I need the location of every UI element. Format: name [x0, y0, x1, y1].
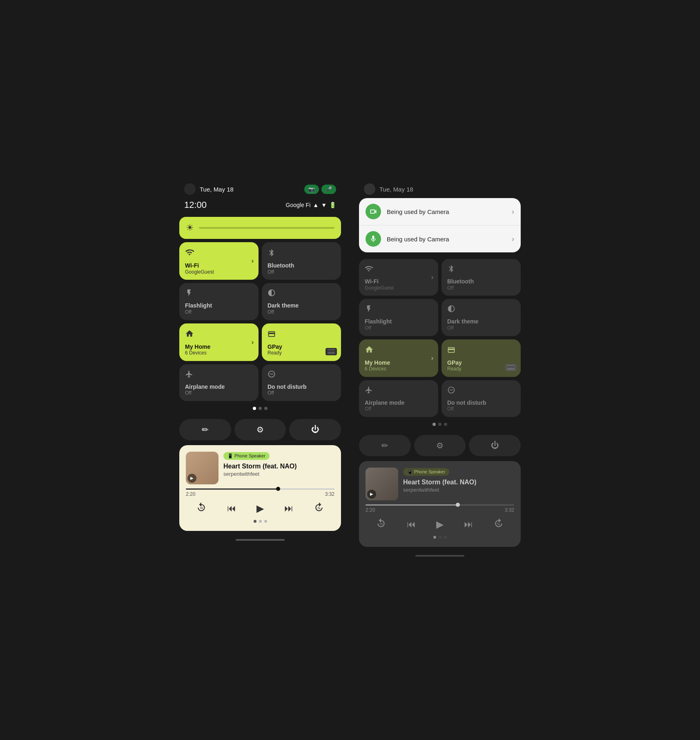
tile-bluetooth[interactable]: Bluetooth Off	[262, 242, 341, 280]
camera-permission-item-2[interactable]: Being used by Camera ›	[359, 225, 521, 252]
dark-phone: Tue, May 18 Being used by Camera ›	[354, 178, 526, 562]
battery-icon: 🔋	[329, 202, 336, 208]
flashlight-label-dark: Flashlight	[365, 318, 432, 325]
camera-permission-popup: Being used by Camera › Being used by Cam…	[359, 198, 521, 252]
tile-my-home[interactable]: My Home 6 Devices ›	[179, 323, 259, 361]
media-top-dark: ▶ 📱 Phone Speaker Heart Storm (feat. NAO…	[366, 468, 514, 500]
camera-permission-item-1[interactable]: Being used by Camera ›	[359, 198, 521, 225]
progress-container-dark[interactable]: 2:20 3:32	[366, 504, 514, 513]
dark-theme-icon-dark	[447, 305, 515, 315]
settings-button-dark[interactable]: ⚙	[414, 435, 466, 456]
progress-container[interactable]: 2:20 3:32	[186, 488, 334, 497]
page-dots-light	[179, 404, 341, 412]
gpay-card-icon-dark	[505, 364, 517, 371]
home-sub: 6 Devices	[185, 350, 253, 356]
airplane-icon	[185, 370, 253, 380]
status-date: Tue, May 18	[200, 186, 234, 193]
tile-wifi[interactable]: Wi-Fi GoogleGuest ›	[179, 242, 259, 280]
flashlight-icon-dark	[365, 305, 432, 315]
dark-phone-screen: Tue, May 18 Being used by Camera ›	[354, 178, 526, 562]
media-top: ▶ 📱 Phone Speaker Heart Storm (feat. NAO…	[186, 452, 334, 484]
dnd-icon-dark	[447, 386, 515, 396]
media-times-dark: 2:20 3:32	[366, 507, 514, 513]
progress-fill-dark	[366, 504, 458, 506]
power-icon: ⏻	[311, 425, 319, 434]
tile-dnd-dark[interactable]: Do not disturb Off	[441, 380, 521, 417]
wifi-arrow-dark: ›	[431, 274, 433, 281]
tile-airplane[interactable]: Airplane mode Off	[179, 364, 259, 401]
previous-button[interactable]: ⏮	[227, 503, 236, 514]
total-time: 3:32	[325, 491, 334, 497]
track-artist-dark: serpentwithfeet	[403, 487, 514, 493]
status-left: Tue, May 18	[184, 183, 234, 195]
camera-popup-icon-2	[366, 231, 381, 247]
tile-flashlight-dark[interactable]: Flashlight Off	[359, 299, 438, 336]
camera-popup-arrow-2: ›	[512, 235, 514, 243]
speaker-badge[interactable]: 📱 Phone Speaker	[223, 452, 270, 460]
progress-thumb	[276, 487, 280, 491]
home-bar-line	[236, 539, 285, 541]
progress-thumb-dark	[456, 503, 460, 507]
forward-30-button-dark[interactable]	[493, 518, 504, 531]
camera-popup-arrow-1: ›	[512, 207, 514, 216]
bluetooth-sub: Off	[268, 269, 335, 275]
home-icon	[185, 329, 253, 340]
mini-play-button-dark[interactable]: ▶	[367, 490, 376, 499]
mini-play-button[interactable]: ▶	[187, 474, 196, 483]
album-art: ▶	[186, 452, 218, 484]
edit-button-dark[interactable]: ✏	[359, 435, 411, 456]
flashlight-label: Flashlight	[185, 302, 253, 309]
rewind-5-button-dark[interactable]	[376, 518, 386, 531]
forward-30-button[interactable]	[314, 502, 324, 515]
notification-bar-light: 12:00 Google Fi ▲ ▼ 🔋	[174, 198, 346, 214]
qs-grid-light: Wi-Fi GoogleGuest › Bluetooth Off	[179, 242, 341, 401]
mic-pill[interactable]: 🎤	[321, 185, 336, 194]
track-title-dark: Heart Storm (feat. NAO)	[403, 478, 514, 486]
home-bar-line-dark	[415, 555, 464, 557]
power-button-dark[interactable]: ⏻	[469, 435, 521, 456]
media-page-dots-light	[186, 517, 334, 524]
tile-airplane-dark[interactable]: Airplane mode Off	[359, 380, 438, 417]
progress-bar-dark	[366, 504, 514, 506]
status-date-dark: Tue, May 18	[379, 186, 413, 193]
edit-button[interactable]: ✏	[179, 419, 231, 440]
home-arrow-dark: ›	[431, 354, 433, 362]
track-title: Heart Storm (feat. NAO)	[223, 462, 334, 470]
speaker-badge-dark[interactable]: 📱 Phone Speaker	[403, 468, 449, 476]
tile-dark-theme-dark[interactable]: Dark theme Off	[441, 299, 521, 336]
home-label: My Home	[185, 343, 253, 350]
play-pause-button[interactable]: ▶	[256, 503, 264, 514]
settings-button[interactable]: ⚙	[234, 419, 286, 440]
power-icon-dark: ⏻	[491, 441, 499, 450]
media-dot-2	[259, 520, 262, 523]
media-info-dark: 📱 Phone Speaker Heart Storm (feat. NAO) …	[403, 468, 514, 493]
home-icon-dark	[365, 345, 432, 356]
brightness-bar[interactable]: ☀	[179, 217, 341, 239]
carrier-info: Google Fi ▲ ▼ 🔋	[286, 202, 336, 208]
tile-gpay-dark[interactable]: GPay Ready	[441, 339, 521, 377]
play-pause-button-dark[interactable]: ▶	[436, 519, 444, 530]
home-bar-light	[174, 536, 346, 546]
previous-button-dark[interactable]: ⏮	[407, 519, 416, 530]
media-times: 2:20 3:32	[186, 491, 334, 497]
next-button[interactable]: ⏭	[284, 503, 293, 514]
dark-theme-label: Dark theme	[268, 302, 335, 309]
rewind-5-button[interactable]	[196, 502, 207, 515]
tile-gpay[interactable]: GPay Ready	[262, 323, 341, 361]
page-dot-2-dark	[438, 423, 441, 426]
tile-my-home-dark[interactable]: My Home 6 Devices ›	[359, 339, 438, 377]
page-dot-1	[253, 407, 256, 410]
tile-dnd[interactable]: Do not disturb Off	[262, 364, 341, 401]
media-player-light: ▶ 📱 Phone Speaker Heart Storm (feat. NAO…	[179, 445, 341, 531]
tile-bluetooth-dark[interactable]: Bluetooth Off	[441, 259, 521, 296]
media-info: 📱 Phone Speaker Heart Storm (feat. NAO) …	[223, 452, 334, 477]
camera-pill[interactable]: 📷	[304, 185, 319, 194]
tile-dark-theme[interactable]: Dark theme Off	[262, 283, 341, 320]
next-button-dark[interactable]: ⏭	[464, 519, 473, 530]
tile-flashlight[interactable]: Flashlight Off	[179, 283, 259, 320]
tile-wifi-dark[interactable]: Wi-Fi GoogleGuest ›	[359, 259, 438, 296]
flashlight-icon	[185, 289, 253, 299]
dnd-label: Do not disturb	[268, 383, 335, 390]
gpay-card-icon	[325, 348, 337, 355]
power-button[interactable]: ⏻	[289, 419, 341, 440]
